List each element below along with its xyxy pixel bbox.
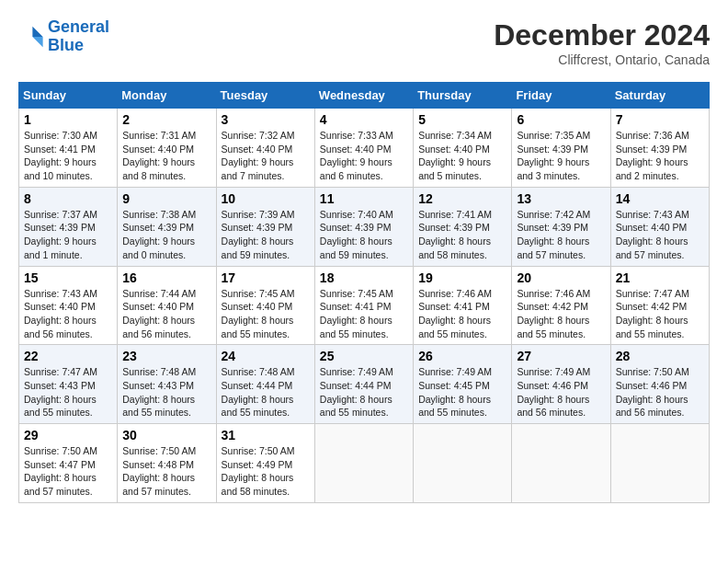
day-info: Sunrise: 7:41 AM Sunset: 4:39 PM Dayligh…	[418, 208, 506, 262]
day-number: 28	[616, 349, 704, 363]
page-header: General Blue December 2024 Cliffcrest, O…	[18, 18, 710, 67]
day-info: Sunrise: 7:50 AM Sunset: 4:47 PM Dayligh…	[24, 444, 112, 499]
calendar-cell: 24 Sunrise: 7:48 AM Sunset: 4:44 PM Dayl…	[216, 345, 314, 424]
day-info: Sunrise: 7:49 AM Sunset: 4:44 PM Dayligh…	[320, 365, 408, 419]
day-number: 31	[222, 428, 310, 442]
day-info: Sunrise: 7:48 AM Sunset: 4:44 PM Dayligh…	[222, 365, 310, 419]
calendar-cell: 4 Sunrise: 7:33 AM Sunset: 4:40 PM Dayli…	[314, 109, 413, 188]
svg-marker-1	[32, 37, 42, 47]
calendar-cell	[414, 424, 512, 503]
day-info: Sunrise: 7:49 AM Sunset: 4:45 PM Dayligh…	[418, 365, 506, 419]
calendar-cell: 22 Sunrise: 7:47 AM Sunset: 4:43 PM Dayl…	[19, 345, 118, 424]
day-number: 12	[418, 191, 506, 206]
day-info: Sunrise: 7:43 AM Sunset: 4:40 PM Dayligh…	[616, 208, 704, 262]
day-number: 27	[517, 349, 605, 363]
weekday-header-wednesday: Wednesday	[314, 83, 413, 109]
weekday-header-tuesday: Tuesday	[216, 83, 314, 109]
day-number: 8	[24, 191, 112, 206]
day-info: Sunrise: 7:46 AM Sunset: 4:42 PM Dayligh…	[517, 287, 605, 341]
calendar-cell: 21 Sunrise: 7:47 AM Sunset: 4:42 PM Dayl…	[610, 266, 709, 345]
day-number: 15	[24, 270, 112, 285]
svg-marker-0	[32, 27, 42, 37]
weekday-header-sunday: Sunday	[19, 83, 118, 109]
title-block: December 2024 Cliffcrest, Ontario, Canad…	[494, 18, 710, 67]
day-number: 30	[122, 428, 210, 442]
calendar-cell	[610, 424, 709, 503]
day-info: Sunrise: 7:36 AM Sunset: 4:39 PM Dayligh…	[616, 129, 704, 183]
day-number: 21	[616, 270, 704, 285]
calendar-cell: 8 Sunrise: 7:37 AM Sunset: 4:39 PM Dayli…	[19, 187, 118, 266]
day-number: 16	[122, 270, 210, 285]
day-number: 19	[418, 270, 506, 285]
day-number: 5	[418, 112, 506, 127]
day-number: 25	[320, 349, 408, 363]
calendar-cell: 14 Sunrise: 7:43 AM Sunset: 4:40 PM Dayl…	[610, 187, 709, 266]
logo: General Blue	[18, 18, 109, 55]
calendar-cell: 27 Sunrise: 7:49 AM Sunset: 4:46 PM Dayl…	[512, 345, 610, 424]
weekday-header-friday: Friday	[512, 83, 610, 109]
day-number: 11	[320, 191, 408, 206]
day-info: Sunrise: 7:42 AM Sunset: 4:39 PM Dayligh…	[517, 208, 605, 262]
calendar-cell: 19 Sunrise: 7:46 AM Sunset: 4:41 PM Dayl…	[414, 266, 512, 345]
day-info: Sunrise: 7:44 AM Sunset: 4:40 PM Dayligh…	[122, 287, 210, 341]
day-number: 26	[418, 349, 506, 363]
day-info: Sunrise: 7:40 AM Sunset: 4:39 PM Dayligh…	[320, 208, 408, 262]
calendar-cell: 6 Sunrise: 7:35 AM Sunset: 4:39 PM Dayli…	[512, 109, 610, 188]
day-info: Sunrise: 7:50 AM Sunset: 4:49 PM Dayligh…	[222, 444, 310, 499]
calendar-cell: 2 Sunrise: 7:31 AM Sunset: 4:40 PM Dayli…	[118, 109, 216, 188]
day-info: Sunrise: 7:31 AM Sunset: 4:40 PM Dayligh…	[122, 129, 210, 183]
day-info: Sunrise: 7:43 AM Sunset: 4:40 PM Dayligh…	[24, 287, 112, 341]
calendar-cell: 13 Sunrise: 7:42 AM Sunset: 4:39 PM Dayl…	[512, 187, 610, 266]
calendar-cell: 29 Sunrise: 7:50 AM Sunset: 4:47 PM Dayl…	[19, 424, 118, 503]
day-number: 20	[517, 270, 605, 285]
day-number: 10	[222, 191, 310, 206]
day-info: Sunrise: 7:38 AM Sunset: 4:39 PM Dayligh…	[122, 208, 210, 262]
day-info: Sunrise: 7:32 AM Sunset: 4:40 PM Dayligh…	[222, 129, 310, 183]
day-info: Sunrise: 7:47 AM Sunset: 4:42 PM Dayligh…	[616, 287, 704, 341]
day-info: Sunrise: 7:50 AM Sunset: 4:48 PM Dayligh…	[122, 444, 210, 499]
calendar-cell: 7 Sunrise: 7:36 AM Sunset: 4:39 PM Dayli…	[610, 109, 709, 188]
day-number: 24	[222, 349, 310, 363]
calendar-cell: 31 Sunrise: 7:50 AM Sunset: 4:49 PM Dayl…	[216, 424, 314, 503]
day-number: 7	[616, 112, 704, 127]
logo-icon	[18, 24, 44, 50]
calendar-cell: 15 Sunrise: 7:43 AM Sunset: 4:40 PM Dayl…	[19, 266, 118, 345]
day-number: 9	[122, 191, 210, 206]
day-number: 6	[517, 112, 605, 127]
calendar-cell: 25 Sunrise: 7:49 AM Sunset: 4:44 PM Dayl…	[314, 345, 413, 424]
day-info: Sunrise: 7:45 AM Sunset: 4:40 PM Dayligh…	[222, 287, 310, 341]
day-number: 13	[517, 191, 605, 206]
day-info: Sunrise: 7:39 AM Sunset: 4:39 PM Dayligh…	[222, 208, 310, 262]
day-info: Sunrise: 7:33 AM Sunset: 4:40 PM Dayligh…	[320, 129, 408, 183]
day-number: 14	[616, 191, 704, 206]
day-number: 23	[122, 349, 210, 363]
day-number: 18	[320, 270, 408, 285]
calendar-cell: 16 Sunrise: 7:44 AM Sunset: 4:40 PM Dayl…	[118, 266, 216, 345]
day-info: Sunrise: 7:45 AM Sunset: 4:41 PM Dayligh…	[320, 287, 408, 341]
calendar-cell: 1 Sunrise: 7:30 AM Sunset: 4:41 PM Dayli…	[19, 109, 118, 188]
calendar-cell: 28 Sunrise: 7:50 AM Sunset: 4:46 PM Dayl…	[610, 345, 709, 424]
day-number: 29	[24, 428, 112, 442]
calendar-cell: 5 Sunrise: 7:34 AM Sunset: 4:40 PM Dayli…	[414, 109, 512, 188]
day-info: Sunrise: 7:47 AM Sunset: 4:43 PM Dayligh…	[24, 365, 112, 419]
day-info: Sunrise: 7:35 AM Sunset: 4:39 PM Dayligh…	[517, 129, 605, 183]
day-number: 4	[320, 112, 408, 127]
calendar-cell: 11 Sunrise: 7:40 AM Sunset: 4:39 PM Dayl…	[314, 187, 413, 266]
calendar-cell: 18 Sunrise: 7:45 AM Sunset: 4:41 PM Dayl…	[314, 266, 413, 345]
day-number: 2	[122, 112, 210, 127]
calendar-cell: 20 Sunrise: 7:46 AM Sunset: 4:42 PM Dayl…	[512, 266, 610, 345]
day-number: 22	[24, 349, 112, 363]
calendar-cell	[314, 424, 413, 503]
logo-text: General Blue	[48, 18, 109, 55]
calendar-table: SundayMondayTuesdayWednesdayThursdayFrid…	[18, 82, 710, 503]
calendar-cell: 9 Sunrise: 7:38 AM Sunset: 4:39 PM Dayli…	[118, 187, 216, 266]
weekday-header-saturday: Saturday	[610, 83, 709, 109]
day-number: 17	[222, 270, 310, 285]
day-info: Sunrise: 7:49 AM Sunset: 4:46 PM Dayligh…	[517, 365, 605, 419]
calendar-cell: 23 Sunrise: 7:48 AM Sunset: 4:43 PM Dayl…	[118, 345, 216, 424]
day-number: 3	[222, 112, 310, 127]
day-info: Sunrise: 7:34 AM Sunset: 4:40 PM Dayligh…	[418, 129, 506, 183]
day-info: Sunrise: 7:50 AM Sunset: 4:46 PM Dayligh…	[616, 365, 704, 419]
calendar-cell: 12 Sunrise: 7:41 AM Sunset: 4:39 PM Dayl…	[414, 187, 512, 266]
day-info: Sunrise: 7:30 AM Sunset: 4:41 PM Dayligh…	[24, 129, 112, 183]
